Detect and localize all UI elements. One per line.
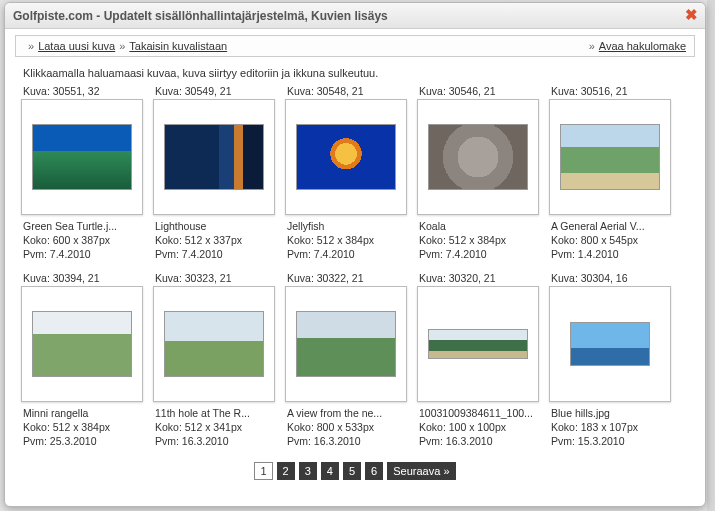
dialog-window: Golfpiste.com - UpdateIt sisällönhallint… bbox=[4, 2, 706, 507]
image-grid: Kuva: 30551, 32Green Sea Turtle.j...Koko… bbox=[5, 83, 705, 456]
page-3[interactable]: 3 bbox=[299, 462, 317, 480]
image-id: Kuva: 30323, 21 bbox=[155, 272, 283, 284]
image-cell: Kuva: 30546, 21KoalaKoko: 512 x 384pxPvm… bbox=[417, 83, 547, 262]
image-name: A General Aerial V... bbox=[551, 219, 671, 233]
image-date: Pvm: 7.4.2010 bbox=[419, 247, 547, 261]
image-size: Koko: 600 x 387px bbox=[23, 233, 151, 247]
image-thumbnail[interactable] bbox=[285, 286, 407, 402]
image-thumbnail[interactable] bbox=[417, 286, 539, 402]
image-id: Kuva: 30304, 16 bbox=[551, 272, 679, 284]
image-id: Kuva: 30549, 21 bbox=[155, 85, 283, 97]
image-size: Koko: 512 x 384px bbox=[23, 420, 151, 434]
thumb-image bbox=[32, 124, 132, 190]
thumb-image bbox=[570, 322, 650, 366]
pager: 123456Seuraava » bbox=[5, 462, 705, 480]
image-name: Minni rangella bbox=[23, 406, 143, 420]
image-thumbnail[interactable] bbox=[417, 99, 539, 215]
image-id: Kuva: 30322, 21 bbox=[287, 272, 415, 284]
page-6[interactable]: 6 bbox=[365, 462, 383, 480]
chevron-icon: » bbox=[119, 40, 125, 52]
page-1[interactable]: 1 bbox=[254, 462, 272, 480]
image-cell: Kuva: 30548, 21JellyfishKoko: 512 x 384p… bbox=[285, 83, 415, 262]
image-meta: Blue hills.jpgKoko: 183 x 107pxPvm: 15.3… bbox=[551, 406, 679, 449]
image-name: Lighthouse bbox=[155, 219, 275, 233]
thumb-image bbox=[296, 311, 396, 377]
image-size: Koko: 512 x 384px bbox=[287, 233, 415, 247]
chevron-icon: » bbox=[589, 40, 595, 52]
image-name: Blue hills.jpg bbox=[551, 406, 671, 420]
image-size: Koko: 512 x 384px bbox=[419, 233, 547, 247]
image-id: Kuva: 30551, 32 bbox=[23, 85, 151, 97]
thumb-image bbox=[296, 124, 396, 190]
image-thumbnail[interactable] bbox=[285, 99, 407, 215]
thumb-image bbox=[428, 124, 528, 190]
image-cell: Kuva: 30549, 21LighthouseKoko: 512 x 337… bbox=[153, 83, 283, 262]
image-name: Green Sea Turtle.j... bbox=[23, 219, 143, 233]
image-cell: Kuva: 30304, 16Blue hills.jpgKoko: 183 x… bbox=[549, 270, 679, 449]
image-cell: Kuva: 30516, 21A General Aerial V...Koko… bbox=[549, 83, 679, 262]
image-meta: JellyfishKoko: 512 x 384pxPvm: 7.4.2010 bbox=[287, 219, 415, 262]
image-date: Pvm: 16.3.2010 bbox=[287, 434, 415, 448]
image-meta: A view from the ne...Koko: 800 x 533pxPv… bbox=[287, 406, 415, 449]
image-thumbnail[interactable] bbox=[549, 99, 671, 215]
back-link[interactable]: Takaisin kuvalistaan bbox=[129, 40, 227, 52]
image-date: Pvm: 25.3.2010 bbox=[23, 434, 151, 448]
image-cell: Kuva: 30320, 2110031009384611_100...Koko… bbox=[417, 270, 547, 449]
image-meta: LighthouseKoko: 512 x 337pxPvm: 7.4.2010 bbox=[155, 219, 283, 262]
instruction-text: Klikkaamalla haluamaasi kuvaa, kuva siir… bbox=[23, 67, 693, 79]
image-cell: Kuva: 30394, 21Minni rangellaKoko: 512 x… bbox=[21, 270, 151, 449]
page-5[interactable]: 5 bbox=[343, 462, 361, 480]
image-date: Pvm: 15.3.2010 bbox=[551, 434, 679, 448]
image-meta: Minni rangellaKoko: 512 x 384pxPvm: 25.3… bbox=[23, 406, 151, 449]
image-cell: Kuva: 30551, 32Green Sea Turtle.j...Koko… bbox=[21, 83, 151, 262]
image-id: Kuva: 30320, 21 bbox=[419, 272, 547, 284]
image-name: Koala bbox=[419, 219, 539, 233]
image-thumbnail[interactable] bbox=[153, 286, 275, 402]
image-date: Pvm: 16.3.2010 bbox=[155, 434, 283, 448]
image-thumbnail[interactable] bbox=[21, 99, 143, 215]
image-size: Koko: 183 x 107px bbox=[551, 420, 679, 434]
image-date: Pvm: 1.4.2010 bbox=[551, 247, 679, 261]
image-meta: Green Sea Turtle.j...Koko: 600 x 387pxPv… bbox=[23, 219, 151, 262]
image-id: Kuva: 30394, 21 bbox=[23, 272, 151, 284]
upload-link[interactable]: Lataa uusi kuva bbox=[38, 40, 115, 52]
image-thumbnail[interactable] bbox=[153, 99, 275, 215]
image-thumbnail[interactable] bbox=[21, 286, 143, 402]
image-id: Kuva: 30548, 21 bbox=[287, 85, 415, 97]
toolbar: » Lataa uusi kuva » Takaisin kuvalistaan… bbox=[15, 35, 695, 57]
image-date: Pvm: 7.4.2010 bbox=[23, 247, 151, 261]
thumb-image bbox=[32, 311, 132, 377]
image-name: 10031009384611_100... bbox=[419, 406, 539, 420]
thumb-image bbox=[560, 124, 660, 190]
thumb-image bbox=[428, 329, 528, 359]
image-meta: A General Aerial V...Koko: 800 x 545pxPv… bbox=[551, 219, 679, 262]
image-meta: KoalaKoko: 512 x 384pxPvm: 7.4.2010 bbox=[419, 219, 547, 262]
page-scrollbar[interactable] bbox=[707, 0, 715, 511]
image-thumbnail[interactable] bbox=[549, 286, 671, 402]
image-id: Kuva: 30516, 21 bbox=[551, 85, 679, 97]
image-size: Koko: 512 x 341px bbox=[155, 420, 283, 434]
image-size: Koko: 512 x 337px bbox=[155, 233, 283, 247]
image-meta: 11th hole at The R...Koko: 512 x 341pxPv… bbox=[155, 406, 283, 449]
thumb-image bbox=[164, 311, 264, 377]
image-cell: Kuva: 30323, 2111th hole at The R...Koko… bbox=[153, 270, 283, 449]
titlebar: Golfpiste.com - UpdateIt sisällönhallint… bbox=[5, 3, 705, 29]
next-page-button[interactable]: Seuraava » bbox=[387, 462, 455, 480]
open-search-link[interactable]: Avaa hakulomake bbox=[599, 40, 686, 52]
image-size: Koko: 100 x 100px bbox=[419, 420, 547, 434]
image-date: Pvm: 16.3.2010 bbox=[419, 434, 547, 448]
image-name: 11th hole at The R... bbox=[155, 406, 275, 420]
image-name: Jellyfish bbox=[287, 219, 407, 233]
image-date: Pvm: 7.4.2010 bbox=[287, 247, 415, 261]
image-cell: Kuva: 30322, 21A view from the ne...Koko… bbox=[285, 270, 415, 449]
image-size: Koko: 800 x 545px bbox=[551, 233, 679, 247]
image-name: A view from the ne... bbox=[287, 406, 407, 420]
page-4[interactable]: 4 bbox=[321, 462, 339, 480]
page-2[interactable]: 2 bbox=[277, 462, 295, 480]
window-title: Golfpiste.com - UpdateIt sisällönhallint… bbox=[13, 9, 388, 23]
image-id: Kuva: 30546, 21 bbox=[419, 85, 547, 97]
image-date: Pvm: 7.4.2010 bbox=[155, 247, 283, 261]
image-size: Koko: 800 x 533px bbox=[287, 420, 415, 434]
close-icon[interactable]: ✖ bbox=[683, 7, 699, 23]
chevron-icon: » bbox=[28, 40, 34, 52]
